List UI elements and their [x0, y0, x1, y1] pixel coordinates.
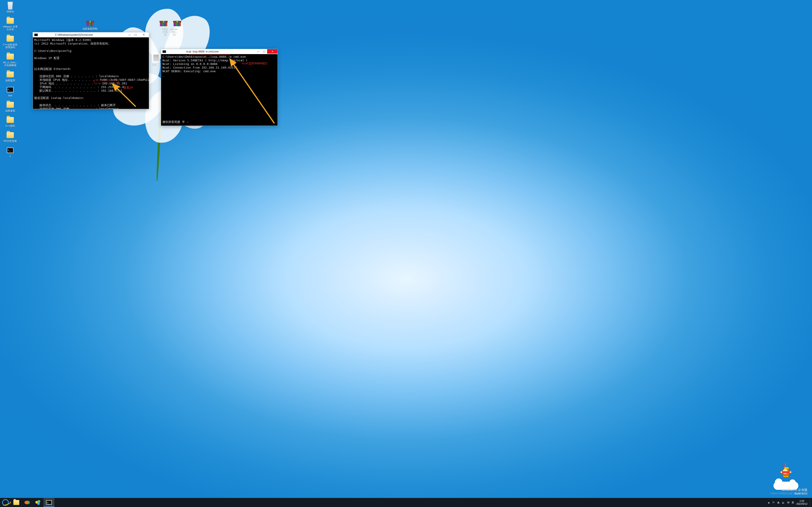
desktop-icon-label: VA_X_Setu... 汉化破解版 [2, 61, 18, 66]
desktop-icon[interactable]: PE文件混淆 [2, 131, 18, 143]
terminal-line: 微软拼音简捷 半 : [162, 120, 276, 124]
annotation-ncat: ncat监听8888端口 [242, 62, 268, 65]
highlight-ncat-cmd [189, 54, 230, 58]
desktop-icon[interactable]: PE文件混淆winrar-x64...(1) [162, 19, 178, 36]
cmd-icon [46, 500, 52, 505]
terminal-line [162, 109, 276, 113]
tray-ime-indicator[interactable]: M [787, 501, 789, 504]
terminal-line [162, 91, 276, 95]
cmd-icon [34, 34, 38, 36]
desktop-icon[interactable]: VA_X_Setu... 汉化破解版 [2, 53, 18, 66]
desktop-icon-label: 回收站 [7, 10, 14, 13]
terminal-line [162, 117, 276, 120]
ie-icon [2, 499, 9, 506]
terminal-output[interactable]: C:\Users\dev\Desktop>ncat -lvvp 8888 -e … [161, 54, 277, 126]
window-title: C:\Windows\system32\cmd.exe [39, 33, 126, 37]
taskbar-app-fish[interactable] [22, 498, 33, 507]
minimize-button[interactable]: — [126, 33, 133, 37]
terminal-line [34, 60, 148, 64]
taskbar-explorer[interactable] [11, 498, 22, 507]
taskbar[interactable]: ▲ 🏳 🖧 🔈 M 英 1:52 2022/9/12 [0, 498, 812, 507]
brand-line1: Windows 8 企业版 [782, 488, 807, 492]
system-tray[interactable]: ▲ 🏳 🖧 🔈 M 英 1:52 2022/9/12 [765, 498, 810, 507]
desktop-icons-column: 回收站VMware 共享文件夹C++远程桌面管理源码VA_X_Setu... 汉… [2, 2, 18, 158]
terminal-line: 以太网适配器 Ethernet0: [34, 67, 148, 71]
maximize-button[interactable]: ▢ [261, 49, 267, 54]
terminal-line [162, 88, 276, 91]
terminal-line: _ [162, 73, 276, 77]
desktop-icon-label: C++远程桌面管理源码 [2, 43, 18, 49]
desktop-icon-label: 1 [9, 155, 11, 158]
cmd-icon [162, 50, 166, 53]
desktop-icon[interactable]: C++远程桌面管理源码 [2, 35, 18, 49]
taskbar-ie[interactable] [0, 498, 11, 507]
terminal-line [34, 46, 148, 49]
terminal-line: Ncat: Connection from 192.168.31.140:435… [162, 66, 276, 69]
terminal-line [162, 95, 276, 99]
desktop-icon-ncat-label: ncat [152, 63, 157, 66]
show-desktop-button[interactable] [810, 498, 812, 507]
terminal-line [162, 106, 276, 109]
desktop-icon[interactable]: 远程监控 [2, 71, 18, 82]
terminal-line [34, 93, 148, 96]
terminal-line: Windows IP 配置 [34, 56, 148, 60]
desktop-icon-label: VMware 共享文件夹 [2, 25, 18, 31]
balls-icon [35, 500, 41, 505]
taskbar-app-balls[interactable] [33, 498, 44, 507]
clock-time: 1:52 [796, 500, 807, 502]
terminal-line: C:\Users\dev>ipconfig [34, 49, 148, 53]
maximize-button[interactable]: ▢ [133, 33, 139, 37]
taskbar-cmd[interactable] [44, 498, 54, 507]
desktop-icon-label: C++源码 [5, 124, 15, 127]
close-button[interactable]: ✕ [139, 33, 149, 37]
desktop-icon-label: 远程桌面 [5, 109, 15, 112]
desktop-icon[interactable]: 回收站 [2, 2, 18, 13]
terminal-line: Microsoft Windows [版本 6.2.9200] [34, 38, 148, 42]
folder-icon [13, 500, 19, 505]
tray-action-center-icon[interactable]: 🏳 [772, 501, 775, 504]
terminal-line [34, 71, 148, 74]
tray-language[interactable]: 英 [792, 501, 794, 504]
desktop-icon[interactable]: 远程桌面 [2, 101, 18, 112]
desktop-icon[interactable]: VMware 共享文件夹 [2, 17, 18, 31]
desktop-icon-label: PE文件混淆 [4, 139, 17, 143]
terminal-line: 默认网关. . . . . . . . . . . . . : 192.168.… [34, 89, 148, 93]
terminal-line: 连接特定的 DNS 后缀 . . . . . . . : localdomain [34, 107, 148, 109]
terminal-line [34, 100, 148, 103]
clock-date: 2022/9/12 [796, 502, 807, 505]
terminal-line [162, 77, 276, 80]
terminal-line [162, 99, 276, 102]
terminal-line [162, 102, 276, 106]
terminal-line: (c) 2012 Microsoft Corporation。保留所有权利。 [34, 42, 148, 46]
watermark: CSDN FSR语言分析 2022/9/12 [770, 492, 804, 495]
terminal-line [162, 84, 276, 88]
highlight-ipv4 [94, 80, 118, 83]
titlebar[interactable]: ncat -lvvp 8888 -e cmd.exe — ▢ ✕ [161, 49, 277, 54]
window-cmd-ipconfig[interactable]: C:\Windows\system32\cmd.exe — ▢ ✕ Micros… [33, 32, 149, 109]
terminal-line: 本地链接 IPv6 地址. . . . . . . . : fe80::3c0b… [34, 78, 148, 82]
desktop-icon-ncat[interactable] [152, 53, 160, 62]
fish-icon [24, 501, 30, 504]
window-title: ncat -lvvp 8888 -e cmd.exe [167, 50, 255, 53]
titlebar[interactable]: C:\Windows\system32\cmd.exe — ▢ ✕ [33, 33, 149, 37]
window-ncat[interactable]: ncat -lvvp 8888 -e cmd.exe — ▢ ✕ C:\User… [161, 49, 278, 126]
tray-clock[interactable]: 1:52 2022/9/12 [796, 500, 807, 505]
minimize-button[interactable]: — [255, 49, 261, 54]
terminal-line: 媒体状态 . . . . . . . . . . . . : 媒体已断开 [34, 103, 148, 107]
terminal-line [162, 113, 276, 117]
terminal-line [162, 80, 276, 84]
annotation-view-ip: 查看IP [123, 86, 133, 90]
terminal-output[interactable]: Microsoft Windows [版本 6.2.9200](c) 2012 … [33, 37, 149, 109]
close-button[interactable]: ✕ [267, 49, 277, 54]
tray-network-icon[interactable]: 🖧 [777, 501, 779, 504]
terminal-line [34, 64, 148, 67]
desktop-icon-label: 远程监控 [5, 79, 15, 82]
terminal-line: 隧道适配器 isatap.localdomain: [34, 96, 148, 100]
desktop-icon[interactable]: test [2, 86, 18, 97]
terminal-line [34, 53, 148, 56]
terminal-line: IPv4 地址 . . . . . . . . . . . . : 192.16… [34, 82, 148, 85]
tray-overflow-icon[interactable]: ▲ [768, 501, 770, 504]
tray-volume-icon[interactable]: 🔈 [782, 501, 785, 504]
desktop-icon[interactable]: 1 [2, 147, 18, 158]
desktop-icon[interactable]: C++源码 [2, 116, 18, 127]
